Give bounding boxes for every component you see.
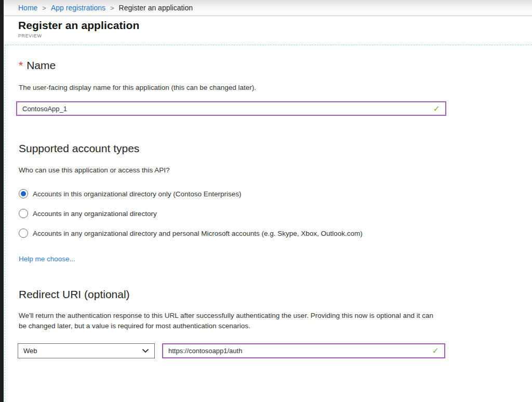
name-heading-label: Name: [26, 59, 56, 71]
breadcrumb-app-registrations-link[interactable]: App registrations: [51, 4, 105, 12]
breadcrumb-separator: >: [42, 4, 46, 12]
valid-check-icon: ✓: [432, 346, 439, 356]
radio-option-any-org[interactable]: Accounts in any organizational directory: [19, 209, 532, 218]
page-header: Register an application PREVIEW: [18, 19, 139, 38]
help-me-choose-link[interactable]: Help me choose...: [19, 255, 75, 263]
radio-button-icon[interactable]: [19, 229, 28, 238]
account-types-heading: Supported account types: [19, 142, 532, 155]
breadcrumb-separator: >: [110, 4, 114, 12]
left-dark-rail: [0, 0, 4, 402]
chevron-down-icon: [142, 349, 149, 353]
preview-badge: PREVIEW: [18, 33, 139, 38]
app-name-input[interactable]: [22, 105, 429, 113]
redirect-uri-field: ✓: [162, 343, 445, 358]
redirect-uri-input[interactable]: [168, 347, 428, 355]
radio-button-icon[interactable]: [19, 209, 28, 218]
page-title: Register an application: [18, 19, 139, 32]
redirect-platform-dropdown[interactable]: Web: [18, 343, 155, 358]
breadcrumb: Home > App registrations > Register an a…: [0, 0, 532, 16]
radio-option-label: Accounts in this organizational director…: [33, 190, 241, 198]
required-asterisk: *: [19, 59, 23, 71]
platform-selected-value: Web: [23, 347, 142, 355]
breadcrumb-current-page: Register an application: [119, 4, 193, 12]
radio-button-icon[interactable]: [19, 189, 28, 198]
redirect-uri-description: We'll return the authentication response…: [19, 311, 437, 331]
valid-check-icon: ✓: [433, 104, 440, 114]
app-name-field: ✓: [16, 101, 446, 116]
radio-option-this-org-only[interactable]: Accounts in this organizational director…: [19, 189, 532, 198]
redirect-uri-row: Web ✓: [18, 343, 532, 358]
radio-option-label: Accounts in any organizational directory: [33, 210, 157, 218]
radio-option-label: Accounts in any organizational directory…: [33, 230, 363, 237]
name-section-heading: *Name: [19, 59, 532, 72]
redirect-uri-heading: Redirect URI (optional): [19, 288, 532, 301]
register-application-form: *Name The user-facing display name for t…: [5, 45, 532, 402]
account-types-radio-group: Accounts in this organizational director…: [19, 189, 532, 238]
radio-option-any-org-and-personal[interactable]: Accounts in any organizational directory…: [19, 229, 532, 238]
name-description: The user-facing display name for this ap…: [19, 83, 532, 93]
account-types-question: Who can use this application or access t…: [19, 165, 532, 176]
breadcrumb-home-link[interactable]: Home: [18, 4, 37, 12]
